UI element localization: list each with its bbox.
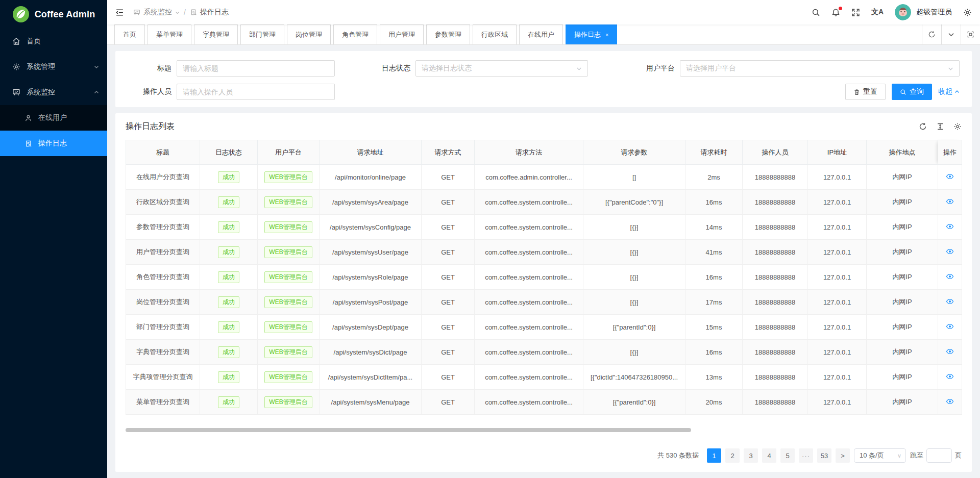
column-header: 日志状态 bbox=[200, 140, 258, 165]
tab-item-2[interactable]: 字典管理 bbox=[194, 24, 238, 44]
tab-bar: 首页菜单管理字典管理部门管理岗位管理角色管理用户管理参数管理行政区域在线用户操作… bbox=[107, 24, 980, 45]
breadcrumb-parent[interactable]: 系统监控 bbox=[133, 8, 180, 17]
fullscreen-icon[interactable] bbox=[851, 8, 860, 17]
view-eye-icon bbox=[946, 197, 954, 206]
reset-button[interactable]: 重置 bbox=[845, 84, 886, 100]
status-badge: 成功 bbox=[218, 296, 239, 308]
sidebar-item-system-monitor[interactable]: 系统监控 bbox=[0, 80, 107, 105]
cell-method: GET bbox=[422, 165, 475, 190]
app-logo[interactable]: Coffee Admin bbox=[0, 0, 107, 29]
table-row: 角色管理分页查询成功WEB管理后台/api/system/sysRole/pag… bbox=[126, 265, 962, 290]
pager-page-1[interactable]: 1 bbox=[707, 448, 721, 463]
search-icon[interactable] bbox=[812, 8, 820, 17]
cell-location: 内网IP bbox=[867, 240, 938, 265]
cell-action bbox=[938, 215, 962, 240]
tab-label: 用户管理 bbox=[388, 30, 415, 39]
platform-badge: WEB管理后台 bbox=[264, 396, 312, 408]
tab-label: 在线用户 bbox=[528, 30, 554, 39]
cell-location: 内网IP bbox=[867, 390, 938, 415]
tab-item-6[interactable]: 用户管理 bbox=[380, 24, 424, 44]
tab-close-icon[interactable]: × bbox=[605, 32, 608, 38]
search-icon bbox=[900, 89, 906, 95]
sidebar-item-home[interactable]: 首页 bbox=[0, 29, 107, 54]
view-detail-button[interactable] bbox=[946, 272, 954, 281]
tab-label: 菜单管理 bbox=[156, 30, 183, 39]
username-label: 超级管理员 bbox=[916, 8, 952, 17]
maximize-icon[interactable] bbox=[961, 24, 980, 44]
tab-item-1[interactable]: 菜单管理 bbox=[148, 24, 191, 44]
horizontal-scrollbar[interactable] bbox=[126, 428, 691, 432]
table-row: 字典管理分页查询成功WEB管理后台/api/system/sysDict/pag… bbox=[126, 340, 962, 365]
sidebar-item-system-management[interactable]: 系统管理 bbox=[0, 54, 107, 80]
tab-item-7[interactable]: 参数管理 bbox=[426, 24, 470, 44]
sidebar-item-operation-log[interactable]: 操作日志 bbox=[0, 131, 107, 156]
cell-operator: 18888888888 bbox=[743, 340, 808, 365]
pager-page-2[interactable]: 2 bbox=[725, 448, 740, 463]
tab-label: 首页 bbox=[123, 30, 136, 39]
user-platform-select[interactable]: 请选择用户平台 bbox=[680, 60, 960, 77]
view-detail-button[interactable] bbox=[946, 397, 954, 406]
panel-title: 操作日志列表 bbox=[126, 121, 175, 132]
sidebar-item-online-users[interactable]: 在线用户 bbox=[0, 105, 107, 131]
tab-item-10[interactable]: 操作日志× bbox=[566, 24, 617, 44]
column-header: 请求参数 bbox=[583, 140, 685, 165]
status-badge: 成功 bbox=[218, 171, 239, 183]
user-menu[interactable]: 超级管理员 bbox=[895, 4, 952, 20]
tab-label: 角色管理 bbox=[342, 30, 369, 39]
view-detail-button[interactable] bbox=[946, 322, 954, 331]
pager-ellipsis[interactable]: ··· bbox=[799, 448, 813, 463]
pager-page-53[interactable]: 53 bbox=[817, 448, 831, 463]
title-filter-input[interactable] bbox=[177, 60, 335, 77]
tab-item-4[interactable]: 岗位管理 bbox=[287, 24, 331, 44]
chevron-down-icon[interactable] bbox=[941, 24, 961, 44]
view-detail-button[interactable] bbox=[946, 222, 954, 231]
view-detail-button[interactable] bbox=[946, 297, 954, 306]
view-detail-button[interactable] bbox=[946, 372, 954, 381]
refresh-icon[interactable] bbox=[922, 24, 941, 44]
tab-item-8[interactable]: 行政区域 bbox=[473, 24, 517, 44]
page-size-select[interactable]: 10 条/页 ∨ bbox=[854, 448, 906, 463]
topbar-right: 文A 超级管理员 bbox=[812, 4, 972, 20]
refresh-icon[interactable] bbox=[919, 122, 927, 131]
cell-platform: WEB管理后台 bbox=[258, 365, 320, 390]
cell-handler: com.coffee.system.controlle... bbox=[475, 215, 583, 240]
view-detail-button[interactable] bbox=[946, 347, 954, 356]
search-button[interactable]: 查询 bbox=[892, 84, 932, 100]
status-badge: 成功 bbox=[218, 221, 239, 233]
tab-item-3[interactable]: 部门管理 bbox=[240, 24, 284, 44]
tab-home[interactable]: 首页 bbox=[114, 24, 145, 44]
tab-item-5[interactable]: 角色管理 bbox=[333, 24, 377, 44]
view-detail-button[interactable] bbox=[946, 197, 954, 206]
next-page-button[interactable]: > bbox=[836, 448, 850, 463]
pager-page-3[interactable]: 3 bbox=[744, 448, 758, 463]
notification-badge bbox=[839, 7, 842, 10]
pager-page-5[interactable]: 5 bbox=[780, 448, 795, 463]
tab-item-9[interactable]: 在线用户 bbox=[519, 24, 563, 44]
status-badge: 成功 bbox=[218, 196, 239, 208]
chevron-down-icon bbox=[948, 66, 953, 71]
pager-page-4[interactable]: 4 bbox=[762, 448, 776, 463]
view-eye-icon bbox=[946, 372, 954, 381]
monitor-icon bbox=[133, 9, 140, 16]
cell-operator: 18888888888 bbox=[743, 240, 808, 265]
tab-label: 部门管理 bbox=[249, 30, 276, 39]
cell-duration: 15ms bbox=[685, 315, 743, 340]
cell-status: 成功 bbox=[200, 390, 258, 415]
sidebar-item-label: 操作日志 bbox=[38, 139, 99, 148]
cell-method: GET bbox=[422, 215, 475, 240]
translate-icon[interactable]: 文A bbox=[871, 8, 884, 17]
notification-bell-icon[interactable] bbox=[831, 8, 840, 17]
pagination-total: 共 530 条数据 bbox=[657, 451, 699, 460]
view-detail-button[interactable] bbox=[946, 172, 954, 181]
jump-page-input[interactable] bbox=[926, 448, 952, 463]
log-status-select[interactable]: 请选择日志状态 bbox=[415, 60, 588, 77]
row-height-icon[interactable] bbox=[936, 122, 944, 131]
operator-filter-input[interactable] bbox=[177, 84, 335, 100]
cell-operator: 18888888888 bbox=[743, 165, 808, 190]
sidebar-collapse-icon[interactable] bbox=[115, 8, 124, 17]
view-detail-button[interactable] bbox=[946, 247, 954, 256]
settings-gear-icon[interactable] bbox=[963, 8, 972, 17]
collapse-filters-link[interactable]: 收起 bbox=[938, 87, 960, 96]
cell-action bbox=[938, 190, 962, 215]
column-settings-gear-icon[interactable] bbox=[953, 122, 962, 131]
